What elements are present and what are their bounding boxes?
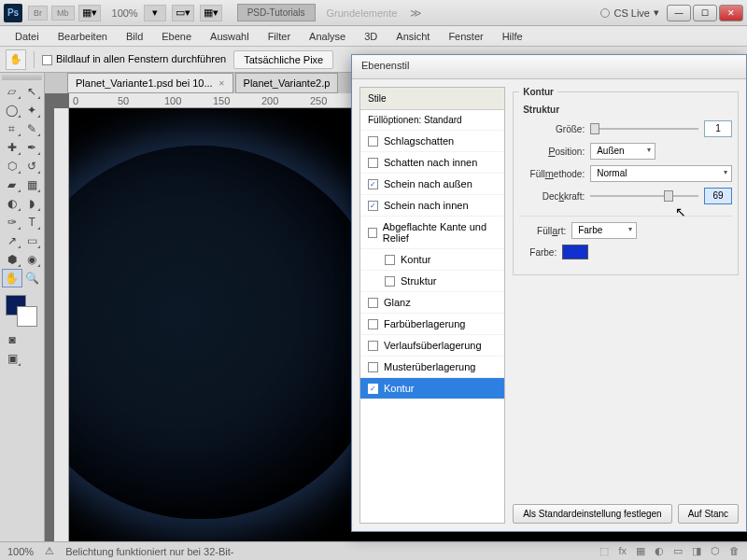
make-default-button[interactable]: Als Standardeinstellung festlegen <box>513 504 671 524</box>
menu-ebene[interactable]: Ebene <box>152 28 201 45</box>
stroke-color-swatch[interactable] <box>562 245 588 259</box>
status-icon[interactable]: fx <box>618 545 627 557</box>
style-gradient-overlay[interactable]: Verlaufsüberlagerung <box>360 335 504 357</box>
style-bevel[interactable]: Abgeflachte Kante und Relief <box>360 217 504 249</box>
pen-tool[interactable]: ✑ <box>2 213 22 231</box>
style-pattern-overlay[interactable]: Musterüberlagerung <box>360 357 504 378</box>
hand-tool[interactable]: ✋ <box>2 269 22 287</box>
type-tool[interactable]: T <box>22 213 43 231</box>
minibridge-button[interactable]: Mb <box>51 6 75 21</box>
blendmode-dropdown[interactable]: Normal <box>590 165 732 182</box>
style-stroke[interactable]: ✓Kontur <box>360 378 504 399</box>
style-inner-shadow[interactable]: Schatten nach innen <box>360 152 504 174</box>
cslive-button[interactable]: CS Live ▾ <box>600 7 659 19</box>
planet-artwork <box>69 146 387 519</box>
kontur-legend: Kontur <box>519 87 557 97</box>
status-icon[interactable]: ⬡ <box>711 545 720 557</box>
zoom-level[interactable]: 100% <box>112 7 138 19</box>
filltype-label: Füllart: <box>519 225 566 236</box>
ruler-vertical <box>54 108 69 541</box>
status-icon[interactable]: ▭ <box>673 545 683 557</box>
heal-tool[interactable]: ✚ <box>2 138 22 157</box>
shape-tool[interactable]: ▭ <box>22 231 43 250</box>
photoshop-icon: Ps <box>4 4 22 22</box>
reset-default-button[interactable]: Auf Stanc <box>678 504 739 524</box>
menu-bearbeiten[interactable]: Bearbeiten <box>49 28 117 45</box>
style-inner-glow[interactable]: ✓Schein nach innen <box>360 195 504 217</box>
eraser-tool[interactable]: ▰ <box>2 175 22 194</box>
arrange-dropdown[interactable]: ▭▾ <box>172 5 194 21</box>
workspace-more-icon[interactable]: ≫ <box>410 7 422 20</box>
stamp-tool[interactable]: ⬡ <box>2 157 22 175</box>
menu-analyse[interactable]: Analyse <box>300 28 355 45</box>
cslive-icon <box>600 8 610 18</box>
marquee-tool[interactable]: ↖ <box>22 82 43 101</box>
menu-ansicht[interactable]: Ansicht <box>387 28 439 45</box>
close-button[interactable]: ✕ <box>719 5 743 21</box>
menu-3d[interactable]: 3D <box>355 28 387 45</box>
size-input[interactable]: 1 <box>704 120 732 137</box>
brush-tool[interactable]: ✒ <box>22 138 43 157</box>
opacity-slider[interactable] <box>590 189 698 203</box>
bridge-button[interactable]: Br <box>28 6 48 21</box>
statusbar: 100% ⚠ Belichtung funktioniert nur bei 3… <box>0 541 747 560</box>
quickmask-toggle[interactable]: ◙ <box>2 330 22 349</box>
document-tab[interactable]: Planet_Variante1.psd bei 10...✕ <box>67 73 233 93</box>
zoom-dropdown[interactable]: ▾ <box>144 5 166 21</box>
status-icon[interactable]: ◨ <box>692 545 701 557</box>
filltype-dropdown[interactable]: Farbe <box>571 222 637 239</box>
status-icon[interactable]: ▦ <box>636 545 645 557</box>
path-tool[interactable]: ↗ <box>2 231 22 250</box>
size-slider[interactable] <box>590 122 698 135</box>
style-outer-glow[interactable]: ✓Schein nach außen <box>360 174 504 195</box>
close-tab-icon[interactable]: ✕ <box>218 79 225 88</box>
style-blending-options[interactable]: Füllöptionen: Standard <box>360 110 504 131</box>
hand-tool-icon[interactable]: ✋ <box>6 49 26 70</box>
position-dropdown[interactable]: Außen <box>590 143 655 160</box>
gradient-tool[interactable]: ▦ <box>22 175 43 194</box>
blendmode-label: Füllmethode: <box>519 168 585 179</box>
3d-camera-tool[interactable]: ◉ <box>22 250 43 269</box>
style-color-overlay[interactable]: Farbüberlagerung <box>360 314 504 335</box>
background-swatch[interactable] <box>17 306 37 327</box>
screen-mode-dropdown[interactable]: ▦▾ <box>78 5 101 21</box>
actual-pixels-button[interactable]: Tatsächliche Pixe <box>233 50 333 69</box>
workspace-button[interactable]: PSD-Tutorials <box>237 4 316 21</box>
history-brush-tool[interactable]: ↺ <box>22 157 43 175</box>
eyedropper-tool[interactable]: ✎ <box>22 119 43 138</box>
status-icon[interactable]: ◐ <box>655 545 664 557</box>
dialog-title: Ebenenstil <box>352 55 746 79</box>
menu-bild[interactable]: Bild <box>117 28 152 45</box>
menu-datei[interactable]: Datei <box>6 28 49 45</box>
extras-dropdown[interactable]: ▦▾ <box>200 5 222 21</box>
menu-auswahl[interactable]: Auswahl <box>201 28 259 45</box>
dodge-tool[interactable]: ◗ <box>22 194 43 213</box>
style-bevel-contour[interactable]: Kontur <box>360 249 504 271</box>
screenmode-toggle[interactable]: ▣ <box>2 349 22 368</box>
maximize-button[interactable]: ☐ <box>693 5 717 21</box>
status-icon[interactable]: ⬚ <box>599 545 609 557</box>
style-bevel-texture[interactable]: Struktur <box>360 271 504 292</box>
lasso-tool[interactable]: ◯ <box>2 101 22 119</box>
opacity-input[interactable]: 69 <box>704 188 732 204</box>
status-icon[interactable]: 🗑 <box>729 545 740 557</box>
status-zoom[interactable]: 100% <box>7 546 34 557</box>
color-swatches[interactable] <box>2 293 42 327</box>
zoom-tool[interactable]: 🔍 <box>22 269 43 287</box>
workspace-essentials[interactable]: Grundelemente <box>327 7 398 19</box>
menu-fenster[interactable]: Fenster <box>439 28 492 45</box>
document-tab[interactable]: Planet_Variante2.p <box>235 73 339 93</box>
wand-tool[interactable]: ✦ <box>22 101 43 119</box>
menu-filter[interactable]: Filter <box>259 28 300 45</box>
minimize-button[interactable]: — <box>667 5 691 21</box>
3d-tool[interactable]: ⬢ <box>2 250 22 269</box>
blur-tool[interactable]: ◐ <box>2 194 22 213</box>
scroll-all-checkbox[interactable]: Bildlauf in allen Fenstern durchführen <box>42 53 226 65</box>
menu-hilfe[interactable]: Hilfe <box>493 28 532 45</box>
crop-tool[interactable]: ⌗ <box>2 119 22 138</box>
style-satin[interactable]: Glanz <box>360 292 504 314</box>
style-drop-shadow[interactable]: Schlagschatten <box>360 131 504 152</box>
styles-header[interactable]: Stile <box>360 88 504 110</box>
color-label: Farbe: <box>519 247 557 258</box>
move-tool[interactable]: ▱ <box>2 82 22 101</box>
